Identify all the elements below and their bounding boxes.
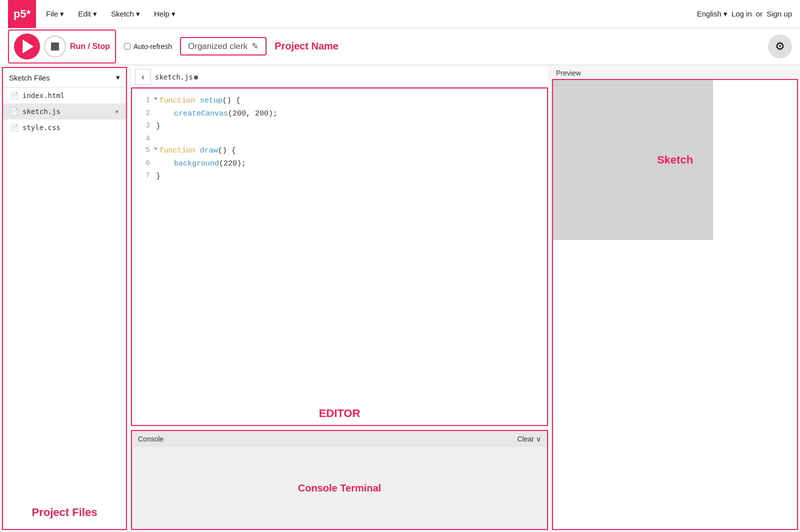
chevron-down-icon: ∨ — [536, 435, 541, 443]
code-line-2: 2 createCanvas(200, 200); — [136, 108, 543, 120]
project-name-section-label: Project Name — [274, 40, 338, 52]
settings-button[interactable]: ⚙ — [768, 34, 792, 58]
auto-refresh-checkbox[interactable] — [124, 43, 130, 50]
console-body[interactable]: Console Terminal — [132, 447, 547, 529]
sidebar: Sketch Files ▾ 📄 index.html 📄 sketch.js … — [2, 67, 127, 530]
file-icon: 📄 — [10, 92, 18, 100]
editor-tab-label: sketch.js — [155, 73, 198, 81]
code-line-3: 3 } — [136, 120, 543, 133]
file-item-index-html[interactable]: 📄 index.html — [3, 88, 126, 104]
auto-refresh-label: Auto-refresh — [134, 42, 172, 50]
stop-icon — [51, 42, 59, 50]
run-stop-controls: Run / Stop — [8, 30, 116, 64]
nav-right: English ▾ Log in or Sign up — [697, 10, 792, 18]
file-icon: 📄 — [10, 124, 18, 132]
console-clear-button[interactable]: Clear ∨ — [518, 435, 541, 443]
play-icon — [22, 40, 34, 54]
code-line-7: 7 } — [136, 170, 543, 183]
toolbar: Run / Stop Auto-refresh Organized clerk … — [0, 28, 800, 65]
signup-link[interactable]: Sign up — [766, 10, 792, 18]
stop-button[interactable] — [44, 36, 66, 58]
run-stop-label: Run / Stop — [70, 42, 110, 51]
nav-file[interactable]: File ▾ — [40, 6, 70, 22]
console-wrapper: Console Clear ∨ Console Terminal — [131, 430, 548, 530]
nav-help[interactable]: Help ▾ — [148, 6, 182, 22]
sidebar-header: Sketch Files ▾ — [3, 68, 126, 88]
file-icon: 📄 — [10, 108, 18, 116]
file-name: index.html — [22, 92, 64, 100]
preview-box: Sketch — [552, 79, 798, 530]
code-line-4: 4 — [136, 133, 543, 145]
preview-area: Preview Sketch — [550, 65, 800, 532]
code-editor[interactable]: 1 ▼ function setup() { 2 createCanvas(20… — [132, 88, 547, 402]
chevron-down-icon[interactable]: ▾ — [116, 73, 120, 82]
file-item-style-css[interactable]: 📄 style.css — [3, 120, 126, 136]
code-line-5: 5 ▼ function draw() { — [136, 144, 543, 158]
gear-icon: ⚙ — [775, 40, 785, 53]
auto-refresh-control[interactable]: Auto-refresh — [124, 42, 172, 50]
nav-menu: File ▾ Edit ▾ Sketch ▾ Help ▾ — [40, 6, 697, 22]
file-name: style.css — [22, 124, 60, 132]
unsaved-indicator — [194, 76, 198, 80]
back-button[interactable]: ‹ — [135, 69, 151, 85]
nav-sketch[interactable]: Sketch ▾ — [105, 6, 146, 22]
p5-logo: p5* — [8, 0, 36, 28]
language-selector[interactable]: English ▾ — [697, 10, 728, 18]
console-terminal-label: Console Terminal — [298, 482, 381, 494]
chevron-down-icon: ▾ — [115, 108, 119, 116]
code-line-1: 1 ▼ function setup() { — [136, 94, 543, 108]
main-area: Sketch Files ▾ 📄 index.html 📄 sketch.js … — [0, 65, 800, 532]
editor-tab-bar: ‹ sketch.js — [131, 67, 548, 88]
file-name: sketch.js — [22, 108, 60, 116]
play-button[interactable] — [14, 34, 40, 60]
project-name-text: Organized clerk — [188, 42, 248, 52]
editor-wrapper[interactable]: 1 ▼ function setup() { 2 createCanvas(20… — [131, 88, 548, 426]
project-name-box[interactable]: Organized clerk ✎ — [180, 37, 266, 56]
login-link[interactable]: Log in — [732, 10, 752, 18]
code-line-6: 6 background(220); — [136, 158, 543, 170]
sketch-label: Sketch — [657, 154, 693, 166]
project-files-label: Project Files — [3, 496, 126, 529]
console-title: Console — [138, 435, 164, 443]
sketch-wrapper: Sketch — [553, 80, 797, 240]
edit-icon: ✎ — [252, 41, 258, 52]
sketch-files-label: Sketch Files — [9, 74, 50, 82]
editor-area: ‹ sketch.js 1 ▼ function setup() { 2 cre… — [129, 65, 550, 532]
top-nav: p5* File ▾ Edit ▾ Sketch ▾ Help ▾ Englis… — [0, 0, 800, 28]
console-header: Console Clear ∨ — [132, 431, 547, 447]
nav-edit[interactable]: Edit ▾ — [72, 6, 103, 22]
file-item-sketch-js[interactable]: 📄 sketch.js ▾ — [3, 104, 126, 120]
editor-label: EDITOR — [132, 402, 547, 425]
preview-label: Preview — [552, 67, 798, 79]
